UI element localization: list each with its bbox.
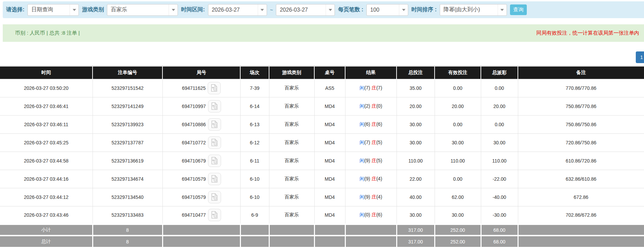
cell-session: 6-9 — [240, 206, 269, 224]
cell-time: 2026-03-27 03:44:16 — [0, 170, 93, 188]
cell-total-bet-link[interactable]: 22.00 — [397, 170, 435, 188]
cell-remark: 750.86/770.86 — [518, 97, 644, 115]
pagination-page-button[interactable]: 1 — [636, 51, 644, 63]
cell-valid-bet: 30.00 — [435, 206, 481, 224]
video-record-button[interactable] — [208, 118, 221, 131]
cell-total-bet-link[interactable]: 30.00 — [397, 133, 435, 152]
result-banker-value: (5) — [376, 140, 382, 145]
cell-bet-id: 523297134540 — [93, 188, 162, 206]
records-table: 时间 注单编号 局号 场次 游戏类别 桌号 结果 总投注 有效投注 总派彩 备注… — [0, 67, 644, 247]
round-id-text: 694710997 — [182, 104, 206, 109]
video-record-icon — [211, 211, 218, 219]
round-id-text: 694711625 — [182, 85, 206, 91]
cell-bet-id: 523297134674 — [93, 170, 162, 188]
page-size-select[interactable]: 100 — [366, 4, 408, 16]
grand-total-row: 总计 8 317.00 252.00 68.00 — [0, 236, 644, 247]
result-player-value: (9) — [364, 176, 370, 181]
cell-game: 百家乐 — [269, 97, 314, 115]
cell-remark: 750.86/750.86 — [518, 115, 644, 133]
result-banker-value: (5) — [376, 158, 382, 163]
date-from-select[interactable]: 2026-03-27 — [208, 4, 267, 16]
result-player-label: 闲 — [360, 194, 364, 200]
select-label: 请选择: — [6, 6, 24, 13]
cell-result: 闲(9) 庄(5) — [345, 152, 397, 170]
cell-payout: 0.00 — [481, 115, 518, 133]
game-category-label: 游戏类别 — [82, 6, 104, 13]
cell-round-id: 694711625 — [162, 79, 240, 97]
video-record-icon — [211, 193, 218, 201]
page-size-label: 每页笔数 : — [338, 6, 363, 13]
cell-total-bet-link[interactable]: 110.00 — [397, 152, 435, 170]
result-player-label: 闲 — [360, 85, 364, 91]
cell-table-no: MD4 — [314, 133, 345, 152]
table-row: 2026-03-27 03:44:16 523297134674 6947105… — [0, 170, 644, 188]
game-category-select[interactable]: 百家乐 — [107, 4, 178, 16]
cell-result: 闲(2) 庄(0) — [345, 97, 397, 115]
cell-remark: 702.86/672.86 — [518, 206, 644, 224]
table-row: 2026-03-27 03:44:12 523297134540 6947105… — [0, 188, 644, 206]
cell-session: 6-13 — [240, 115, 269, 133]
cell-payout: 20.00 — [481, 97, 518, 115]
round-id-text: 694710579 — [182, 176, 206, 182]
summary-bar: 币别 : 人民币 | 总共 :8 注单 | 同局有效投注，统一计算在该局第一张注… — [3, 24, 644, 42]
cell-session: 6-11 — [240, 152, 269, 170]
cell-game: 百家乐 — [269, 115, 314, 133]
cell-round-id: 694710997 — [162, 97, 240, 115]
cell-result: 闲(9) 庄(4) — [345, 188, 397, 206]
cell-time: 2026-03-27 03:46:41 — [0, 97, 93, 115]
video-record-button[interactable] — [208, 155, 221, 167]
cell-remark: 632.86/610.86 — [518, 170, 644, 188]
sort-label: 时间排序 : — [411, 6, 437, 13]
video-record-button[interactable] — [208, 173, 221, 185]
cell-time: 2026-03-27 03:45:25 — [0, 133, 93, 152]
round-id-text: 694710772 — [182, 140, 206, 145]
result-banker-value: (6) — [376, 212, 382, 217]
col-header-session: 场次 — [240, 67, 269, 79]
cell-valid-bet: 110.00 — [435, 152, 481, 170]
cell-bet-id: 523297137787 — [93, 133, 162, 152]
cell-table-no: MD4 — [314, 97, 345, 115]
query-type-select[interactable]: 日期查询 — [27, 4, 79, 16]
cell-total-bet-link[interactable]: 35.00 — [397, 79, 435, 97]
cell-table-no: AS5 — [314, 79, 345, 97]
grand-total-payout: 68.00 — [481, 236, 518, 247]
table-row: 2026-03-27 03:50:20 523297151542 6947116… — [0, 79, 644, 97]
result-banker-label: 庄 — [372, 158, 376, 163]
cell-total-bet-link[interactable]: 40.00 — [397, 188, 435, 206]
filter-bar: 请选择: 日期查询 游戏类别 百家乐 时间区间: 2026-03-27 ~ 20… — [3, 1, 644, 18]
cell-remark: 720.86/750.86 — [518, 133, 644, 152]
video-record-button[interactable] — [208, 82, 221, 94]
video-record-button[interactable] — [208, 100, 221, 112]
cell-total-bet-link[interactable]: 30.00 — [397, 206, 435, 224]
page-size-value: 100 — [367, 7, 379, 13]
video-record-button[interactable] — [208, 136, 221, 149]
cell-result: 闲(7) 庄(5) — [345, 133, 397, 152]
result-player-value: (6) — [364, 121, 370, 127]
cell-time: 2026-03-27 03:44:12 — [0, 188, 93, 206]
table-row: 2026-03-27 03:43:46 523297133483 6947104… — [0, 206, 644, 224]
cell-remark: 610.86/720.86 — [518, 152, 644, 170]
result-banker-label: 庄 — [372, 140, 376, 145]
cell-total-bet-link[interactable]: 30.00 — [397, 115, 435, 133]
cell-total-bet-link[interactable]: 20.00 — [397, 97, 435, 115]
chevron-down-icon — [399, 4, 408, 15]
sort-select[interactable]: 降幂(由大到小) — [440, 4, 507, 16]
cell-bet-id: 523297133483 — [93, 206, 162, 224]
cell-game: 百家乐 — [269, 133, 314, 152]
col-header-remark: 备注 — [518, 67, 644, 79]
query-type-value: 日期查询 — [28, 6, 53, 13]
search-button[interactable]: 查询 — [510, 4, 527, 15]
date-to-select[interactable]: 2026-03-27 — [276, 4, 335, 16]
video-record-button[interactable] — [208, 191, 221, 203]
cell-valid-bet: 0.00 — [435, 79, 481, 97]
notice-text: 同局有效投注，统一计算在该局第一张注单内 — [536, 30, 639, 36]
col-header-result: 结果 — [345, 67, 397, 79]
result-player-value: (0) — [364, 212, 370, 217]
result-banker-value: (0) — [376, 103, 382, 109]
video-record-button[interactable] — [208, 209, 221, 221]
chevron-down-icon — [326, 4, 335, 15]
table-row: 2026-03-27 03:45:25 523297137787 6947107… — [0, 133, 644, 152]
result-banker-label: 庄 — [372, 85, 376, 91]
round-id-text: 694710579 — [182, 194, 206, 200]
cell-time: 2026-03-27 03:50:20 — [0, 79, 93, 97]
